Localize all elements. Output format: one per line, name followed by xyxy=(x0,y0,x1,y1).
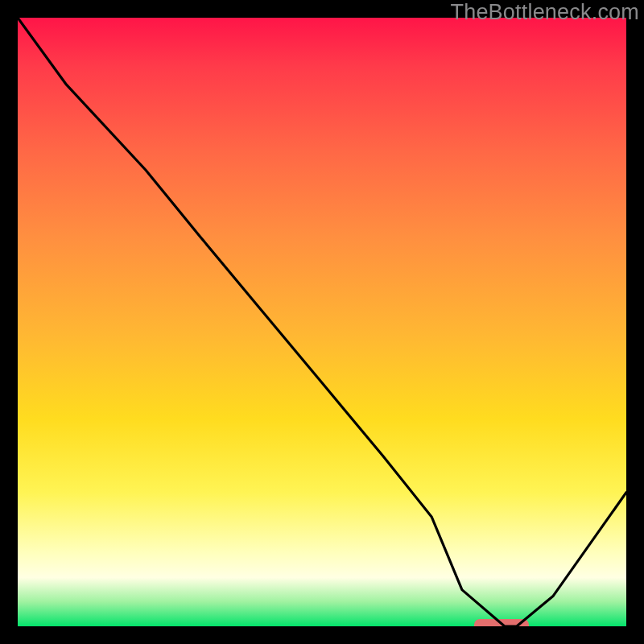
watermark-text: TheBottleneck.com xyxy=(450,0,639,25)
chart-svg xyxy=(18,18,626,626)
curve-path xyxy=(18,18,626,626)
plot-area xyxy=(18,18,626,626)
chart-frame: TheBottleneck.com xyxy=(0,0,644,644)
